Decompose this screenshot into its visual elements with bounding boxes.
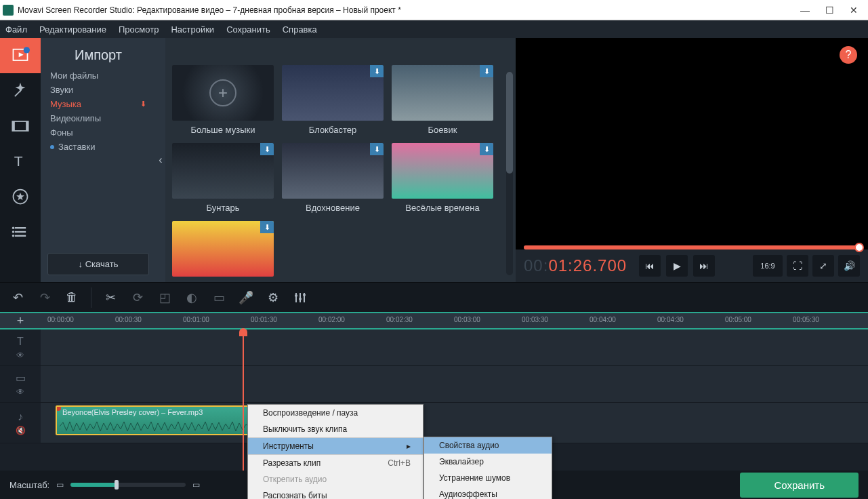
thumb-action[interactable]: ⬇Боевик [392, 65, 493, 135]
delete-button[interactable]: 🗑 [60, 285, 84, 310]
menu-help[interactable]: Справка [283, 24, 317, 35]
ctx-audio-effects[interactable]: Аудиоэффекты [424, 486, 552, 499]
minimize-button[interactable]: — [799, 5, 811, 16]
menu-file[interactable]: Файл [5, 24, 27, 35]
ctx-detach-audio: Открепить аудио [248, 471, 423, 487]
preview-panel: ? 00:01:26.700 ⏮ ▶ ⏭ 16:9 ⛶ ⤢ 🔊 [516, 38, 868, 282]
download-button[interactable]: ↓ Скачать [47, 253, 149, 275]
import-categories: Импорт Мои файлы Звуки Музыка⬇ Видеоклип… [41, 38, 156, 282]
popout-button[interactable]: ⛶ [787, 255, 808, 277]
tool-titles[interactable]: T [0, 144, 41, 179]
download-badge-icon: ⬇ [370, 65, 384, 77]
equalizer-button[interactable] [288, 285, 312, 310]
audio-clip[interactable]: Beyonce(Elvis Presley cover) – Fever.mp3 [56, 405, 252, 435]
preview-video: ? [516, 38, 868, 240]
cat-backgrounds[interactable]: Фоны [41, 125, 156, 140]
collapse-sidebar-button[interactable]: ‹ [156, 38, 165, 282]
svg-point-19 [299, 298, 302, 300]
ctx-audio-props[interactable]: Свойства аудио [424, 437, 552, 454]
add-track-button[interactable]: + [0, 313, 41, 328]
fullscreen-button[interactable]: ⤢ [812, 255, 834, 277]
svg-text:T: T [14, 153, 23, 169]
import-scrollbar[interactable] [506, 72, 513, 275]
thumb-inspiration[interactable]: ⬇Вдохновение [282, 143, 384, 213]
crop-button[interactable]: ◰ [152, 285, 177, 310]
play-button[interactable]: ▶ [666, 255, 688, 277]
next-button[interactable]: ⏭ [693, 255, 715, 277]
ctx-play-pause[interactable]: Воспроизведение / пауза [248, 405, 423, 421]
ctx-tools[interactable]: Инструменты▸ [248, 438, 423, 455]
prev-button[interactable]: ⏮ [639, 255, 661, 277]
context-menu-clip: Воспроизведение / пауза Выключить звук к… [247, 404, 423, 499]
svg-point-13 [12, 231, 15, 233]
svg-rect-4 [12, 121, 15, 131]
svg-marker-8 [16, 193, 24, 200]
cat-intros[interactable]: Заставки [41, 140, 156, 154]
cat-my-files[interactable]: Мои файлы [41, 68, 156, 83]
aspect-button[interactable]: 16:9 [753, 255, 783, 277]
mute-icon[interactable]: 🔇 [16, 426, 26, 435]
download-badge-icon: ⬇ [260, 221, 274, 233]
video-track-content[interactable] [41, 366, 868, 402]
volume-button[interactable]: 🔊 [838, 255, 860, 277]
zoom-label: Масштаб: [9, 480, 49, 490]
video-track: ▭👁 [0, 366, 868, 403]
tool-more[interactable] [0, 214, 41, 250]
svg-point-18 [295, 294, 297, 297]
cat-videoclips[interactable]: Видеоклипы [41, 111, 156, 125]
preview-progress[interactable] [524, 245, 860, 250]
menu-edit[interactable]: Редактирование [39, 24, 106, 35]
settings-button[interactable]: ⚙ [261, 285, 285, 310]
tool-stickers[interactable] [0, 179, 41, 214]
title-track-icon: T [17, 336, 24, 348]
redo-button[interactable]: ↷ [33, 285, 57, 310]
thumb-more-music[interactable]: +Больше музыки [172, 65, 274, 135]
zoom-in-icon[interactable]: ▭ [192, 480, 200, 490]
download-badge-icon: ⬇ [370, 143, 384, 155]
help-button[interactable]: ? [840, 46, 857, 64]
rotate-button[interactable]: ⟳ [125, 285, 150, 310]
cut-button[interactable]: ✂ [98, 285, 123, 310]
playhead[interactable] [243, 330, 244, 471]
clip-marker-icon [56, 405, 61, 411]
menu-view[interactable]: Просмотр [119, 24, 159, 35]
tool-import[interactable] [0, 38, 41, 73]
ctx-noise-removal[interactable]: Устранение шумов [424, 470, 552, 486]
tool-filters[interactable] [0, 73, 41, 108]
ctx-equalizer[interactable]: Эквалайзер [424, 454, 552, 470]
import-title: Импорт [41, 43, 156, 68]
tool-transitions[interactable] [0, 108, 41, 144]
mic-button[interactable]: 🎤 [234, 285, 258, 310]
editor-toolbar: ↶ ↷ 🗑 ✂ ⟳ ◰ ◐ ▭ 🎤 ⚙ [0, 282, 868, 312]
zoom-out-icon[interactable]: ▭ [56, 480, 64, 490]
thumb-fun-times[interactable]: ⬇Весёлые времена [392, 143, 493, 213]
svg-rect-3 [12, 121, 28, 131]
download-badge-icon: ⬇ [480, 65, 493, 77]
cat-sounds[interactable]: Звуки [41, 83, 156, 97]
submenu-arrow-icon: ▸ [379, 441, 411, 451]
menu-settings[interactable]: Настройки [171, 24, 214, 35]
thumb-rebel[interactable]: ⬇Бунтарь [172, 143, 274, 213]
app-icon [3, 5, 14, 16]
ctx-cut-clip[interactable]: Разрезать клипCtrl+B [248, 455, 423, 471]
maximize-button[interactable]: ☐ [823, 5, 835, 16]
color-button[interactable]: ◐ [180, 285, 204, 310]
thumb-blockbuster[interactable]: ⬇Блокбастер [282, 65, 384, 135]
ctx-mute-clip[interactable]: Выключить звук клипа [248, 421, 423, 438]
menu-save[interactable]: Сохранить [226, 24, 270, 35]
visibility-icon[interactable]: 👁 [16, 387, 24, 397]
save-button[interactable]: Сохранить [740, 473, 859, 498]
timeline-ruler[interactable]: + 00:00:00 00:00:30 00:01:00 00:01:30 00… [0, 312, 868, 330]
title-track: T👁 [0, 330, 868, 366]
video-track-icon: ▭ [16, 372, 26, 384]
new-dot-icon [50, 145, 54, 149]
cat-music[interactable]: Музыка⬇ [41, 97, 156, 111]
zoom-slider[interactable] [70, 483, 186, 487]
close-button[interactable]: ✕ [848, 5, 860, 16]
clip-props-button[interactable]: ▭ [207, 285, 231, 310]
thumb-extra[interactable]: ⬇ [172, 221, 274, 277]
undo-button[interactable]: ↶ [5, 285, 30, 310]
ctx-detect-beats[interactable]: Распознать биты [248, 487, 423, 499]
visibility-icon[interactable]: 👁 [16, 351, 24, 360]
title-track-content[interactable] [41, 330, 868, 365]
